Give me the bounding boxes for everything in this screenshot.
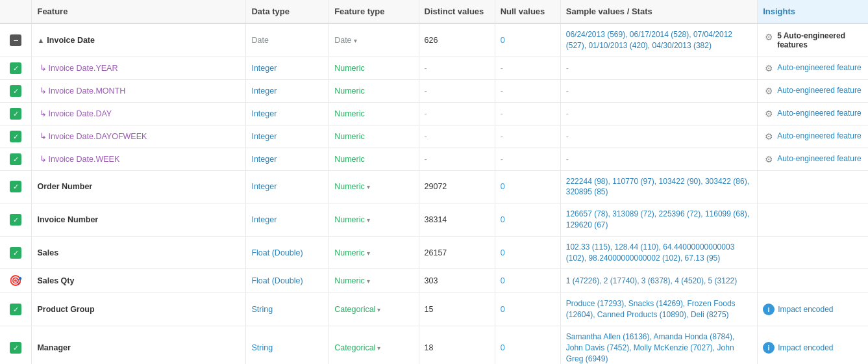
checkbox-green[interactable]: ✓ [10,85,21,97]
null-value: 0 [501,36,505,45]
insights-impact-text: Impact encoded [778,305,833,314]
sample-value: 102.33 (115), 128.44 (110), 64.440000000… [566,242,735,263]
checkbox-green[interactable]: ✓ [10,153,21,165]
feature-cell: ▲Invoice Date [32,23,246,57]
checkbox-green[interactable]: ✓ [10,62,21,74]
sample-cell: 222244 (98), 110770 (97), 103422 (90), 3… [560,170,757,203]
null-cell: 0 [495,236,560,269]
featuretype-cell: Numeric [329,57,419,79]
feature-type-dropdown[interactable]: ▾ [367,278,370,285]
datatype-cell: Integer [246,57,329,79]
insights-cell: ⚙ Auto-engineered feature [758,148,868,170]
sub-arrow-icon: ↳ [40,64,47,73]
distinct-value: 626 [425,36,438,45]
insights-cell [758,236,868,269]
datatype-cell: Integer [246,148,329,170]
checkbox-green[interactable]: ✓ [10,304,21,315]
null-value: - [501,109,503,118]
insights-link-text[interactable]: Auto-engineered feature [777,108,861,119]
insights-auto-text: 5 Auto-engineered features [777,31,845,49]
insights-cell [758,170,868,203]
feature-type-value: Categorical [334,343,375,352]
table-row: − ▲Invoice Date Date Date▾ 626 0 06/24/2… [0,23,868,57]
check-cell: 🎯 [0,269,32,293]
table-row: ✓ ↳Invoice Date.DAYOFWEEK Integer Numeri… [0,125,868,148]
insights-cell: ⚙ Auto-engineered feature [758,125,868,148]
null-cell: 0 [495,269,560,293]
checkbox-green[interactable]: ✓ [10,181,21,192]
data-type-value: String [251,343,273,352]
insights-auto-link: ⚙ Auto-engineered feature [763,85,863,97]
insights-link-text[interactable]: Auto-engineered feature [777,62,861,73]
insights-link-text[interactable]: Auto-engineered feature [777,153,861,164]
check-header [0,0,32,23]
sample-cell: - [560,102,757,125]
datatype-cell: Integer [246,203,329,237]
feature-type-dropdown[interactable]: ▾ [367,250,370,257]
distinct-value: - [425,64,427,73]
insights-cell: i Impact encoded [758,326,868,364]
features-table-container: Feature Data type Feature type Distinct … [0,0,868,364]
feature-type-dropdown[interactable]: ▾ [367,216,370,224]
insights-cell: ⚙ Auto-engineered feature [758,79,868,102]
insights-impact-encoded: i Impact encoded [763,342,863,354]
table-row: ✓ Invoice Number Integer Numeric▾ 38314 … [0,203,868,237]
insights-impact-text: Impact encoded [778,343,833,352]
null-cell: 0 [495,170,560,203]
featuretype-cell: Numeric [329,148,419,170]
check-cell: ✓ [0,79,32,102]
distinct-value: 303 [425,276,438,285]
feature-cell: Manager [32,326,246,364]
sample-value: - [566,64,569,73]
featuretype-cell: Numeric▾ [329,269,419,293]
sample-header: Sample values / Stats [560,0,757,23]
checkbox-green[interactable]: ✓ [10,342,21,354]
distinct-header: Distinct values [419,0,495,23]
null-cell: - [495,148,560,170]
insights-auto-engineered: ⚙ 5 Auto-engineered features [763,31,863,49]
feature-sub-name: ↳Invoice Date.MONTH [37,86,125,96]
data-type-value: Integer [251,86,277,96]
check-cell: ✓ [0,102,32,125]
feature-sub-name: ↳Invoice Date.DAYOFWEEK [37,132,147,141]
null-value: 0 [501,182,505,191]
feature-sub-name: ↳Invoice Date.WEEK [37,155,119,164]
feature-cell: ↳Invoice Date.MONTH [32,79,246,102]
table-row: ✓ ↳Invoice Date.WEEK Integer Numeric - -… [0,148,868,170]
feature-cell: Invoice Number [32,203,246,237]
featuretype-cell: Numeric▾ [329,236,419,269]
data-type-value: Integer [251,109,277,118]
null-header: Null values [495,0,560,23]
feature-type-dropdown[interactable]: ▾ [377,344,380,352]
null-cell: - [495,79,560,102]
checkbox-green[interactable]: ✓ [10,247,21,259]
featuretype-header: Feature type [329,0,419,23]
distinct-value: 26157 [425,248,447,257]
feature-type-value: Numeric [334,182,365,191]
datatype-cell: Integer [246,125,329,148]
checkbox-green[interactable]: ✓ [10,214,21,226]
info-icon: i [763,304,775,315]
sample-cell: 126657 (78), 313089 (72), 225396 (72), 1… [560,203,757,237]
sub-arrow-icon: ↳ [40,155,47,164]
feature-type-dropdown[interactable]: ▾ [377,306,380,313]
expand-arrow-icon[interactable]: ▲ [37,36,44,44]
table-row: ✓ ↳Invoice Date.DAY Integer Numeric - - … [0,102,868,125]
info-icon: i [763,342,775,354]
insights-link-text[interactable]: Auto-engineered feature [777,85,861,96]
feature-type-dropdown[interactable]: ▾ [354,37,357,44]
insights-link-text[interactable]: Auto-engineered feature [777,131,861,142]
insights-auto-link: ⚙ Auto-engineered feature [763,62,863,74]
sample-cell: - [560,79,757,102]
null-cell: - [495,125,560,148]
null-cell: 0 [495,326,560,364]
checkbox-green[interactable]: ✓ [10,108,21,120]
table-row: ✓ ↳Invoice Date.YEAR Integer Numeric - -… [0,57,868,79]
checkbox-minus[interactable]: − [10,34,21,46]
sample-value: Samantha Allen (16136), Amanda Honda (87… [566,332,735,363]
distinct-value: 38314 [425,215,447,224]
check-cell: ✓ [0,203,32,237]
checkbox-green[interactable]: ✓ [10,131,21,142]
datatype-cell: Integer [246,102,329,125]
feature-type-dropdown[interactable]: ▾ [367,183,370,190]
